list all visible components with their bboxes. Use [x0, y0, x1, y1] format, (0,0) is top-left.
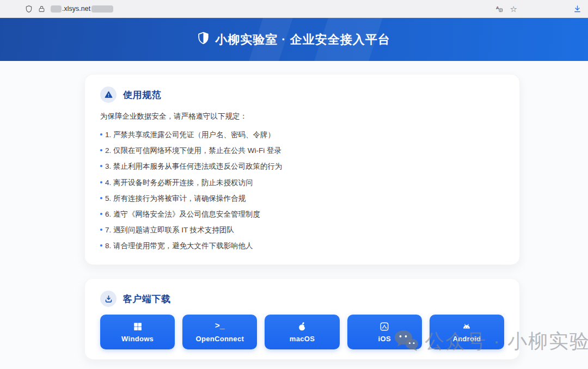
usage-rule: 7. 遇到问题请立即联系 IT 技术支持团队 — [100, 222, 504, 238]
tracking-shield-icon[interactable] — [25, 5, 33, 13]
bullet-dot — [100, 165, 102, 167]
client-download-card: 客户端下载 Windows >_ OpenConnect — [84, 278, 520, 360]
download-buttons-row: Windows >_ OpenConnect macOS — [100, 315, 504, 349]
bullet-dot — [100, 244, 102, 247]
download-windows-button[interactable]: Windows — [100, 315, 175, 349]
app-store-icon — [379, 321, 389, 332]
download-ios-button[interactable]: iOS — [347, 315, 422, 349]
redacted-path — [91, 5, 113, 13]
usage-card-title: 使用规范 — [123, 89, 161, 101]
usage-rule: 8. 请合理使用带宽，避免大文件下载影响他人 — [100, 238, 504, 254]
download-macos-button[interactable]: macOS — [265, 315, 339, 349]
usage-rules-list: 1. 严禁共享或泄露公司凭证（用户名、密码、令牌） 2. 仅限在可信网络环境下使… — [100, 127, 504, 254]
bullet-dot — [100, 213, 102, 215]
url-text: .xlsys.net — [62, 5, 90, 13]
usage-rule: 3. 禁止利用本服务从事任何违法或违反公司政策的行为 — [100, 158, 504, 174]
usage-rule: 4. 离开设备时务必断开连接，防止未授权访问 — [100, 175, 504, 190]
page-title: 小柳实验室 · 企业安全接入平台 — [215, 32, 390, 48]
shield-half-icon — [198, 32, 209, 47]
redacted-subdomain — [51, 5, 62, 13]
app-header: 小柳实验室 · 企业安全接入平台 — [0, 18, 588, 61]
bullet-dot — [100, 133, 102, 136]
bullet-dot — [100, 229, 102, 231]
windows-logo-icon — [133, 321, 143, 332]
usage-rule: 6. 遵守《网络安全法》及公司信息安全管理制度 — [100, 206, 504, 222]
lock-icon[interactable] — [38, 5, 45, 13]
usage-rule: 5. 所有连接行为将被审计，请确保操作合规 — [100, 190, 504, 206]
downloads-icon[interactable] — [573, 0, 581, 18]
bullet-dot — [100, 149, 102, 151]
android-robot-icon — [461, 321, 472, 332]
usage-rule: 1. 严禁共享或泄露公司凭证（用户名、密码、令牌） — [100, 127, 504, 143]
bullet-dot — [100, 197, 102, 199]
download-openconnect-button[interactable]: >_ OpenConnect — [182, 315, 257, 349]
main-content: 使用规范 为保障企业数据安全，请严格遵守以下规定： 1. 严禁共享或泄露公司凭证… — [0, 74, 588, 360]
browser-toolbar: .xlsys.net A ☆ — [0, 0, 588, 18]
download-android-button[interactable]: Android — [430, 315, 504, 349]
svg-text:A: A — [495, 5, 499, 10]
usage-intro: 为保障企业数据安全，请严格遵守以下规定： — [100, 112, 504, 121]
terminal-icon: >_ — [215, 321, 225, 332]
url-field[interactable]: .xlsys.net — [51, 5, 113, 13]
apple-logo-icon — [297, 321, 308, 332]
download-tray-icon — [100, 291, 117, 307]
warning-triangle-icon — [100, 87, 117, 103]
usage-rule: 2. 仅限在可信网络环境下使用，禁止在公共 Wi-Fi 登录 — [100, 143, 504, 158]
usage-rules-card: 使用规范 为保障企业数据安全，请严格遵守以下规定： 1. 严禁共享或泄露公司凭证… — [84, 74, 520, 265]
bookmark-star-icon[interactable]: ☆ — [510, 5, 517, 13]
translate-icon[interactable]: A — [495, 5, 504, 13]
download-card-title: 客户端下载 — [123, 293, 171, 305]
bullet-dot — [100, 181, 102, 183]
